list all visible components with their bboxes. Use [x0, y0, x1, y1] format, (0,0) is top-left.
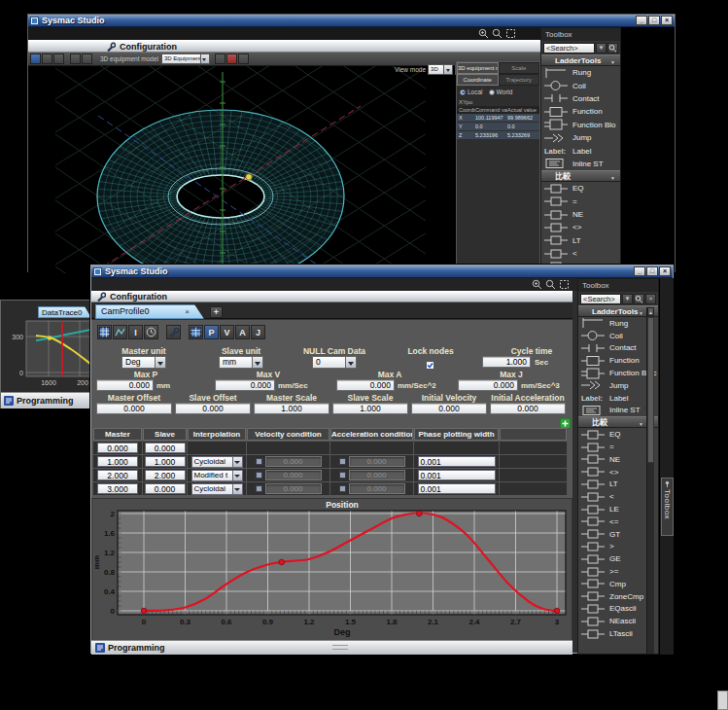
- cam-node-marker[interactable]: [141, 608, 147, 614]
- toolbox-item-jump[interactable]: Jump: [541, 131, 620, 144]
- interpolation-select[interactable]: Cycloidal: [191, 483, 243, 495]
- table-cell-phase[interactable]: 0.001: [414, 455, 499, 468]
- slave-unit-select[interactable]: mm: [219, 356, 263, 369]
- toolbox-item-function-blo[interactable]: Function Blo: [541, 119, 620, 131]
- table-cell-phase[interactable]: 0.001: [414, 482, 499, 495]
- table-cell-acceleration[interactable]: [330, 442, 413, 454]
- splitter-grip[interactable]: [332, 645, 348, 650]
- dropdown-button[interactable]: [233, 483, 243, 495]
- interpolation-select[interactable]: Modified t: [191, 470, 243, 481]
- table-cell-interpolation[interactable]: Cycloidal: [188, 455, 246, 468]
- master-value-field[interactable]: 1.000: [97, 456, 138, 467]
- scroll-up-icon[interactable]: ▲: [647, 307, 654, 316]
- close-button[interactable]: ×: [661, 16, 673, 25]
- configuration-bar[interactable]: Configuration: [28, 40, 540, 53]
- table-cell-slave[interactable]: 1.000: [143, 455, 187, 468]
- time-axis-icon[interactable]: [144, 325, 158, 339]
- toolbox-side-tab[interactable]: Toolbox: [661, 478, 674, 536]
- velocity-view-icon[interactable]: V: [220, 325, 234, 339]
- table-cell-slave[interactable]: 2.000: [143, 469, 187, 481]
- dropdown-button[interactable]: [156, 356, 166, 369]
- null-cam-data-select[interactable]: 0: [312, 356, 357, 369]
- zoom-out-icon[interactable]: [492, 28, 503, 39]
- toolbox-item-function[interactable]: Function: [541, 105, 620, 118]
- radio-world[interactable]: World: [489, 89, 513, 95]
- table-cell-slave[interactable]: 0.000: [143, 442, 187, 454]
- toolbox-item-item[interactable]: =: [541, 195, 620, 208]
- dropdown-button[interactable]: [444, 64, 453, 75]
- title-bar[interactable]: Sysmac Studio _ □ ×: [91, 266, 673, 278]
- rotate-button[interactable]: [42, 53, 52, 64]
- table-cell-acceleration[interactable]: 0.000: [330, 482, 413, 495]
- table-cell-slave[interactable]: 0.000: [143, 482, 187, 495]
- pan-button[interactable]: [53, 53, 64, 64]
- table-cell-velocity[interactable]: 0.000: [247, 482, 329, 495]
- table-cell-master[interactable]: 2.000: [93, 469, 142, 481]
- position-view-icon[interactable]: P: [204, 325, 219, 339]
- interpolation-select[interactable]: Cycloidal: [191, 456, 243, 468]
- fit-selection-icon[interactable]: [505, 28, 516, 39]
- equipment-model-select[interactable]: 3D Equipment Model: [161, 53, 210, 64]
- toolbox-section-header[interactable]: 比較: [541, 170, 620, 182]
- toolbox-item-eq[interactable]: EQ: [541, 182, 620, 195]
- cycle-time-field[interactable]: 1.000: [482, 356, 531, 368]
- tab-trajectory[interactable]: Trajectory: [499, 74, 540, 86]
- phase-width-field[interactable]: 0.001: [418, 470, 496, 480]
- table-cell-interpolation[interactable]: Modified t: [188, 469, 246, 481]
- slave-offset-field[interactable]: 0.000: [175, 403, 251, 414]
- condition-checkbox[interactable]: [256, 485, 262, 492]
- record-button[interactable]: [226, 53, 237, 64]
- position-chart[interactable]: 00.40.81.21.6200.30.60.91.21.51.82.12.42…: [91, 498, 572, 641]
- tab-scale[interactable]: Scale: [499, 62, 540, 74]
- toolbox-search-input[interactable]: <Search>: [580, 294, 621, 304]
- jerk-view-icon[interactable]: J: [251, 325, 265, 339]
- tab-coordinate[interactable]: Coordinate: [457, 74, 499, 86]
- zoom-in-icon[interactable]: [478, 28, 489, 39]
- search-magnifier-button[interactable]: [607, 43, 618, 53]
- condition-checkbox[interactable]: [339, 458, 346, 465]
- table-cell-velocity[interactable]: 0.000: [247, 469, 329, 481]
- maximize-button[interactable]: □: [646, 266, 658, 276]
- tab-camprofile0[interactable]: CamProfile0 ×: [95, 304, 204, 319]
- search-close-button[interactable]: ×: [645, 294, 656, 304]
- grid-view-icon[interactable]: [97, 325, 112, 339]
- initial-velocity-field[interactable]: 0.000: [411, 403, 487, 414]
- title-bar[interactable]: Sysmac Studio _ □ ×: [28, 15, 675, 27]
- table-cell-interpolation[interactable]: Cycloidal: [188, 482, 246, 495]
- toolbar-button[interactable]: [82, 53, 92, 64]
- phase-width-field[interactable]: 0.001: [418, 483, 496, 494]
- cam-node-marker[interactable]: [279, 559, 285, 565]
- radio-local[interactable]: Local: [460, 89, 483, 95]
- dropdown-button[interactable]: [201, 53, 210, 64]
- new-tab-button[interactable]: +: [210, 306, 223, 318]
- table-cell-master[interactable]: 3.000: [93, 482, 142, 495]
- toolbox-scrollbar[interactable]: ▲: [646, 307, 654, 654]
- master-value-field[interactable]: 3.000: [97, 483, 138, 494]
- dropdown-button[interactable]: [346, 356, 357, 369]
- toolbox-item-lt[interactable]: LT: [541, 234, 620, 247]
- table-cell-master[interactable]: 0.000: [93, 442, 142, 454]
- tab-datatrace0[interactable]: DataTrace0: [38, 306, 91, 318]
- slave-scale-field[interactable]: 1.000: [332, 403, 408, 414]
- minimize-button[interactable]: _: [634, 266, 645, 276]
- table-cell-velocity[interactable]: 0.000: [247, 455, 329, 468]
- maximize-button[interactable]: □: [648, 16, 660, 25]
- condition-checkbox[interactable]: [256, 458, 262, 465]
- master-scale-field[interactable]: 1.000: [254, 403, 329, 414]
- acceleration-view-icon[interactable]: A: [235, 325, 250, 339]
- table-cell-velocity[interactable]: [247, 442, 329, 454]
- close-button[interactable]: ×: [659, 266, 671, 276]
- initial-acceleration-field[interactable]: 0.000: [490, 403, 566, 414]
- zoom-out-icon[interactable]: [545, 279, 556, 290]
- toolbox-section-header[interactable]: LadderTools: [541, 54, 620, 66]
- curve-view-icon[interactable]: [113, 325, 127, 339]
- dropdown-button[interactable]: [253, 356, 263, 369]
- programming-bar[interactable]: Programming: [1, 392, 91, 408]
- max-v-field[interactable]: 0.000: [215, 379, 275, 391]
- table-cell-acceleration[interactable]: 0.000: [330, 469, 413, 481]
- tab-close-icon[interactable]: ×: [185, 305, 190, 318]
- cam-node-marker[interactable]: [554, 608, 560, 614]
- slave-value-field[interactable]: 2.000: [145, 470, 186, 480]
- master-value-field[interactable]: 0.000: [97, 443, 138, 453]
- condition-checkbox[interactable]: [339, 472, 346, 479]
